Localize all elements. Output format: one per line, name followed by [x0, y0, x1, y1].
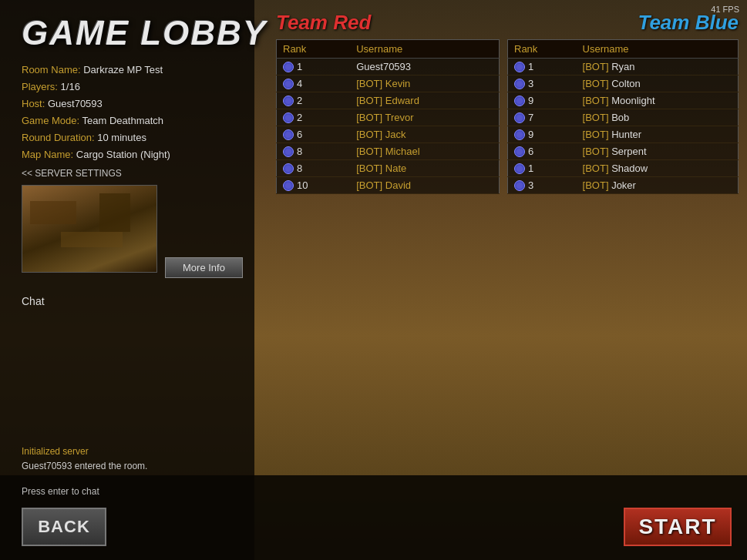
rank-number: 2 [297, 95, 302, 106]
rank-icon [514, 62, 525, 72]
server-info: Room Name: Darkraze MP Test Players: 1/1… [22, 62, 170, 164]
rank-icon [283, 180, 294, 191]
team-red-rank-cell: 2 [277, 109, 351, 126]
player-name: [BOT] Michael [356, 146, 419, 157]
team-blue-rank-cell: 6 [508, 143, 577, 160]
team-red-name-cell: [BOT] Nate [350, 160, 499, 177]
room-name-value: Darkraze MP Test [83, 64, 163, 75]
team-red-title: Team Red [276, 11, 500, 35]
rank-number: 6 [297, 129, 302, 140]
rank-icon [283, 62, 294, 72]
map-thumbnail-inner [22, 186, 156, 272]
team-red-panel: Team Red Rank Username 1 Guest70593 [276, 11, 500, 194]
chat-message-server: Initialized server [22, 444, 147, 459]
rank-icon [514, 180, 525, 191]
team-red-row: 8 [BOT] Michael [277, 143, 500, 160]
rank-icon [514, 112, 525, 123]
team-red-name-cell: [BOT] Kevin [350, 75, 499, 92]
chat-input-hint[interactable]: Press enter to chat [22, 486, 99, 497]
game-mode-label: Game Mode: [22, 115, 79, 126]
rank-number: 9 [528, 129, 533, 140]
player-name: Ryan [611, 61, 634, 72]
player-name: Hunter [611, 129, 641, 140]
rank-icon [283, 163, 294, 174]
team-red-name-cell: [BOT] Edward [350, 92, 499, 109]
team-blue-row: 3 [BOT] Colton [508, 75, 739, 92]
team-red-name-cell: [BOT] Jack [350, 126, 499, 143]
rank-icon [283, 96, 294, 106]
map-thumbnail [22, 185, 157, 273]
team-red-rank-cell: 8 [277, 143, 351, 160]
player-name: [BOT] Trevor [356, 112, 413, 123]
rank-icon [514, 129, 525, 140]
team-blue-panel: Team Blue Rank Username 1 [BOT] Ryan [507, 11, 739, 194]
player-name: [BOT] Kevin [356, 78, 410, 89]
team-blue-table: Rank Username 1 [BOT] Ryan 3 [507, 39, 739, 194]
host-label: Host: [22, 98, 45, 109]
back-button[interactable]: BACK [22, 508, 106, 546]
bot-tag: [BOT] [583, 112, 609, 123]
team-red-table: Rank Username 1 Guest70593 4 [276, 39, 500, 194]
player-name: [BOT] David [356, 179, 411, 191]
rank-number: 2 [297, 112, 302, 123]
team-red-col-username: Username [350, 40, 499, 59]
rank-number: 7 [528, 112, 533, 123]
team-red-name-cell: [BOT] Trevor [350, 109, 499, 126]
player-name: Serpent [611, 146, 647, 157]
map-name-value: Cargo Station (Night) [76, 149, 170, 160]
player-name: [BOT] Nate [356, 163, 406, 174]
team-blue-col-username: Username [577, 40, 739, 59]
players-value: 1/16 [61, 81, 80, 92]
game-mode-value: Team Deathmatch [82, 115, 164, 126]
team-blue-rank-cell: 9 [508, 92, 577, 109]
team-blue-name-cell: [BOT] Moonlight [577, 92, 739, 109]
team-red-row: 1 Guest70593 [277, 59, 500, 75]
team-blue-name-cell: [BOT] Bob [577, 109, 739, 126]
team-blue-rank-cell: 9 [508, 126, 577, 143]
rank-icon [283, 79, 294, 89]
team-blue-name-cell: [BOT] Hunter [577, 126, 739, 143]
team-red-row: 8 [BOT] Nate [277, 160, 500, 177]
bot-tag: [BOT] [583, 61, 609, 72]
team-blue-rank-cell: 3 [508, 75, 577, 92]
server-settings-link[interactable]: << SERVER SETTINGS [22, 168, 122, 179]
rank-number: 1 [528, 61, 533, 72]
more-info-button[interactable]: More Info [165, 257, 243, 278]
team-red-name-cell: Guest70593 [350, 59, 499, 75]
rank-number: 8 [297, 146, 302, 157]
rank-icon [283, 146, 294, 157]
team-red-rank-cell: 8 [277, 160, 351, 177]
team-blue-row: 7 [BOT] Bob [508, 109, 739, 126]
rank-number: 8 [297, 163, 302, 174]
rank-number: 4 [297, 78, 302, 89]
team-blue-row: 1 [BOT] Ryan [508, 59, 739, 75]
rank-icon [283, 129, 294, 140]
team-blue-rank-cell: 1 [508, 59, 577, 75]
rank-icon [283, 112, 294, 123]
team-red-rank-cell: 1 [277, 59, 351, 75]
team-blue-row: 6 [BOT] Serpent [508, 143, 739, 160]
bot-tag: [BOT] [583, 179, 609, 191]
start-button[interactable]: START [624, 508, 732, 546]
chat-message-normal: Guest70593 entered the room. [22, 459, 147, 474]
bot-tag: [BOT] [583, 78, 609, 89]
team-red-rank-cell: 4 [277, 75, 351, 92]
player-name: Bob [611, 112, 629, 123]
team-red-row: 2 [BOT] Trevor [277, 109, 500, 126]
team-red-row: 6 [BOT] Jack [277, 126, 500, 143]
player-name: [BOT] Jack [356, 129, 405, 140]
rank-number: 3 [528, 78, 533, 89]
team-blue-name-cell: [BOT] Serpent [577, 143, 739, 160]
team-blue-rank-cell: 7 [508, 109, 577, 126]
player-name: Colton [611, 78, 641, 89]
rank-icon [514, 96, 525, 106]
team-red-rank-cell: 10 [277, 177, 351, 194]
room-name-label: Room Name: [22, 64, 81, 75]
team-blue-col-rank: Rank [508, 40, 577, 59]
bot-tag: [BOT] [583, 129, 609, 140]
rank-icon [514, 79, 525, 89]
team-red-rank-cell: 6 [277, 126, 351, 143]
rank-number: 10 [297, 179, 308, 191]
team-blue-row: 1 [BOT] Shadow [508, 160, 739, 177]
rank-number: 1 [528, 163, 533, 174]
